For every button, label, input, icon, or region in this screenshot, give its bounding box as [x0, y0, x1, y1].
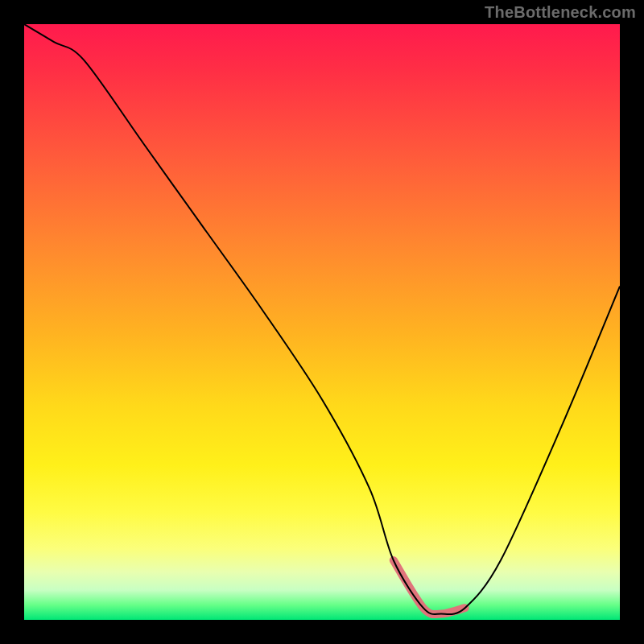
watermark-text: TheBottleneck.com: [485, 3, 636, 22]
trough-highlight: [394, 560, 465, 614]
main-curve: [24, 24, 620, 614]
plot-area: [24, 24, 620, 620]
curve-layer: [24, 24, 620, 620]
chart-stage: TheBottleneck.com: [0, 0, 644, 644]
